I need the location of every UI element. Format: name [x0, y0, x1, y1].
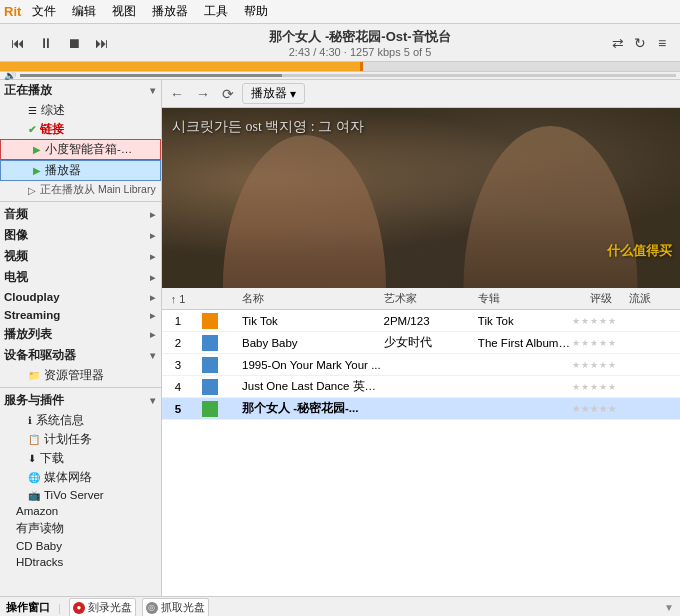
bottom-divider: | [58, 602, 61, 614]
col-header-genre[interactable]: 流派 [629, 291, 676, 306]
sidebar-section-services[interactable]: 服务与插件 ▾ [0, 390, 161, 411]
lib-icon: ▷ [28, 185, 36, 196]
menu-tools[interactable]: 工具 [201, 2, 231, 21]
sidebar-item-tivo[interactable]: 📺 TiVo Server [0, 487, 161, 503]
table-row[interactable]: 2 Baby Baby 少女时代 The First Album Gi... ★… [162, 332, 680, 354]
player-breadcrumb[interactable]: 播放器 ▾ [242, 83, 305, 104]
sidebar-item-overview[interactable]: ☰ 综述 [0, 101, 161, 120]
up-arrow-icon: ↑ [171, 293, 177, 305]
track-thumb-5 [202, 401, 222, 417]
bottom-spacer: ▼ [664, 602, 674, 613]
table-row[interactable]: 4 Just One Last Dance 英文... ★★★★★ [162, 376, 680, 398]
folder-icon: 📁 [28, 370, 40, 381]
sidebar-section-tv[interactable]: 电视 ▸ [0, 267, 161, 288]
video-area: 시크릿가든 ost 백지영 : 그 여자 什么值得买 [162, 108, 680, 288]
volume-bar[interactable] [20, 74, 676, 77]
progress-bar[interactable] [0, 62, 680, 72]
play-icon-xiaodu: ▶ [33, 144, 41, 155]
volume-bar-container: 🔊 [0, 72, 680, 80]
sidebar-section-playlist[interactable]: 播放列表 ▸ [0, 324, 161, 345]
col-header-name[interactable]: 名称 [222, 291, 384, 306]
track-rating-2[interactable]: ★★★★★ [572, 338, 629, 348]
section-arrow-tv: ▸ [150, 272, 155, 283]
shuffle-button[interactable]: ⇄ [608, 35, 628, 51]
table-row[interactable]: 5 那个女人 -秘密花园-... ★★★★★ [162, 398, 680, 420]
section-arrow-cloudplay: ▸ [150, 292, 155, 303]
sidebar-section-cloudplay[interactable]: Cloudplay ▸ [0, 288, 161, 306]
back-button[interactable]: ← [166, 86, 188, 102]
track-num-1: 1 [166, 315, 190, 327]
content-area: ← → ⟳ 播放器 ▾ 시크릿가든 ost 백지영 : 그 여자 什么值得买 ↑… [162, 80, 680, 596]
track-rating-5[interactable]: ★★★★★ [572, 404, 629, 414]
content-toolbar: ← → ⟳ 播放器 ▾ [162, 80, 680, 108]
burn-disc-button[interactable]: ● 刻录光盘 [69, 598, 136, 616]
track-thumb-1 [202, 313, 222, 329]
sidebar-item-main-library[interactable]: ▷ 正在播放从 Main Library [0, 181, 161, 199]
progress-fill [0, 62, 360, 71]
track-title: 那个女人 -秘密花园-Ost-音悦台 [120, 28, 600, 46]
col-header-num: ↑ 1 [166, 293, 190, 305]
sidebar-item-sysinfo[interactable]: ℹ 系统信息 [0, 411, 161, 430]
section-arrow-streaming: ▸ [150, 310, 155, 321]
eq-button[interactable]: ≡ [652, 35, 672, 51]
playlist-rows: 1 Tik Tok 2PM/123 Tik Tok ★★★★★ 2 Baby B… [162, 310, 680, 420]
next-button[interactable]: ⏭ [92, 35, 112, 51]
track-rating-4[interactable]: ★★★★★ [572, 382, 629, 392]
sidebar-section-image[interactable]: 图像 ▸ [0, 225, 161, 246]
table-row[interactable]: 3 1995-On Your Mark Your ... ★★★★★ [162, 354, 680, 376]
menu-player[interactable]: 播放器 [149, 2, 191, 21]
track-rating-1[interactable]: ★★★★★ [572, 316, 629, 326]
sidebar-item-resource-manager[interactable]: 📁 资源管理器 [0, 366, 161, 385]
sidebar-item-download[interactable]: ⬇ 下载 [0, 449, 161, 468]
menu-edit[interactable]: 编辑 [69, 2, 99, 21]
burn-icon: ● [73, 602, 85, 614]
track-rating-3[interactable]: ★★★★★ [572, 360, 629, 370]
table-row[interactable]: 1 Tik Tok 2PM/123 Tik Tok ★★★★★ [162, 310, 680, 332]
sidebar-item-hdtracks[interactable]: HDtracks [0, 554, 161, 570]
sidebar-item-audible[interactable]: 有声读物 [0, 519, 161, 538]
track-name-1: Tik Tok [222, 315, 384, 327]
sidebar-section-devices[interactable]: 设备和驱动器 ▾ [0, 345, 161, 366]
stop-button[interactable]: ⏹ [64, 35, 84, 51]
section-arrow-playlist: ▸ [150, 329, 155, 340]
track-name-5: 那个女人 -秘密花园-... [222, 401, 384, 416]
track-thumb-2 [202, 335, 222, 351]
volume-fill [20, 74, 282, 77]
track-num-5: 5 [166, 403, 190, 415]
play-pause-button[interactable]: ⏸ [36, 35, 56, 51]
extract-disc-button[interactable]: ◎ 抓取光盘 [142, 598, 209, 616]
sidebar-section-music[interactable]: 音频 ▸ [0, 204, 161, 225]
main-layout: 正在播放 ▾ ☰ 综述 ✔ 链接 ▶ 小度智能音箱-8379... ▶ 播放器 … [0, 80, 680, 596]
menu-help[interactable]: 帮助 [241, 2, 271, 21]
menu-view[interactable]: 视图 [109, 2, 139, 21]
col-header-rating[interactable]: 评级 [572, 291, 629, 306]
sidebar-section-video[interactable]: 视频 ▸ [0, 246, 161, 267]
sidebar-section-playing[interactable]: 正在播放 ▾ [0, 80, 161, 101]
sidebar-item-xiaodu[interactable]: ▶ 小度智能音箱-8379... [0, 139, 161, 160]
track-num-3: 3 [166, 359, 190, 371]
sidebar-item-player[interactable]: ▶ 播放器 [0, 160, 161, 181]
section-arrow-services: ▾ [150, 395, 155, 406]
schedule-icon: 📋 [28, 434, 40, 445]
transport-extra: ⇄ ↻ ≡ [608, 35, 672, 51]
col-header-album[interactable]: 专辑 [478, 291, 572, 306]
col-header-artist[interactable]: 艺术家 [384, 291, 478, 306]
sidebar-item-cdbaby[interactable]: CD Baby [0, 538, 161, 554]
overview-icon: ☰ [28, 105, 37, 116]
prev-button[interactable]: ⏮ [8, 35, 28, 51]
sidebar-item-media-network[interactable]: 🌐 媒体网络 [0, 468, 161, 487]
menu-file[interactable]: 文件 [29, 2, 59, 21]
refresh-button[interactable]: ⟳ [218, 86, 238, 102]
forward-button[interactable]: → [192, 86, 214, 102]
character-left [214, 135, 395, 288]
sidebar-item-schedule[interactable]: 📋 计划任务 [0, 430, 161, 449]
sidebar-section-streaming[interactable]: Streaming ▸ [0, 306, 161, 324]
sidebar-item-connected[interactable]: ✔ 链接 [0, 120, 161, 139]
play-icon-player: ▶ [33, 165, 41, 176]
track-name-4: Just One Last Dance 英文... [222, 379, 384, 394]
operations-label: 操作窗口 [6, 600, 50, 615]
sidebar-item-amazon[interactable]: Amazon [0, 503, 161, 519]
bottom-bar: 操作窗口 | ● 刻录光盘 ◎ 抓取光盘 ▼ [0, 596, 680, 616]
section-arrow-playing: ▾ [150, 85, 155, 96]
repeat-button[interactable]: ↻ [630, 35, 650, 51]
